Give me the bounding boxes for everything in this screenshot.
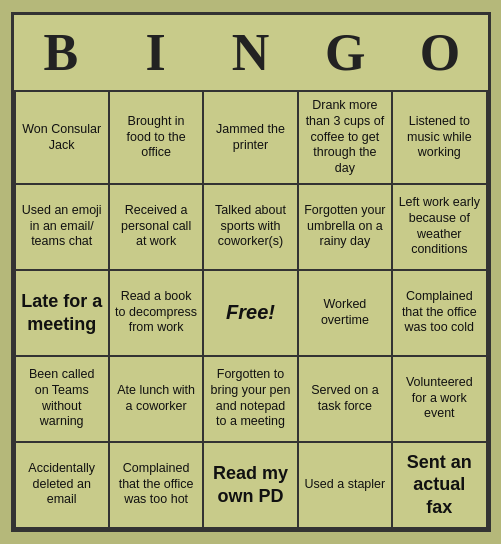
bingo-cell-r1c3[interactable]: Jammed the printer bbox=[204, 92, 298, 184]
bingo-cell-r3c4[interactable]: Worked overtime bbox=[299, 271, 393, 357]
bingo-cell-r3c5[interactable]: Complained that the office was too cold bbox=[393, 271, 487, 357]
bingo-cell-r2c1[interactable]: Used an emoji in an email/ teams chat bbox=[16, 185, 110, 271]
bingo-cell-r2c3[interactable]: Talked about sports with coworker(s) bbox=[204, 185, 298, 271]
bingo-header: BINGO bbox=[14, 15, 488, 90]
bingo-cell-r4c2[interactable]: Ate lunch with a coworker bbox=[110, 357, 204, 443]
bingo-cell-r4c3[interactable]: Forgotten to bring your pen and notepad … bbox=[204, 357, 298, 443]
bingo-card: BINGO Won Consular JackBrought in food t… bbox=[11, 12, 491, 531]
bingo-cell-r2c2[interactable]: Received a personal call at work bbox=[110, 185, 204, 271]
bingo-cell-r4c4[interactable]: Served on a task force bbox=[299, 357, 393, 443]
bingo-cell-r5c2[interactable]: Complained that the office was too hot bbox=[110, 443, 204, 529]
bingo-cell-r5c1[interactable]: Accidentally deleted an email bbox=[16, 443, 110, 529]
bingo-cell-r4c5[interactable]: Volunteered for a work event bbox=[393, 357, 487, 443]
bingo-cell-r1c4[interactable]: Drank more than 3 cups of coffee to get … bbox=[299, 92, 393, 184]
bingo-letter-b: B bbox=[14, 15, 109, 90]
bingo-letter-g: G bbox=[298, 15, 393, 90]
bingo-cell-r3c1[interactable]: Late for a meeting bbox=[16, 271, 110, 357]
bingo-cell-r3c3[interactable]: Free! bbox=[204, 271, 298, 357]
bingo-cell-r1c2[interactable]: Brought in food to the office bbox=[110, 92, 204, 184]
bingo-letter-i: I bbox=[108, 15, 203, 90]
bingo-cell-r4c1[interactable]: Been called on Teams without warning bbox=[16, 357, 110, 443]
bingo-cell-r2c4[interactable]: Forgotten your umbrella on a rainy day bbox=[299, 185, 393, 271]
bingo-cell-r5c4[interactable]: Used a stapler bbox=[299, 443, 393, 529]
bingo-cell-r1c5[interactable]: Listened to music while working bbox=[393, 92, 487, 184]
bingo-letter-o: O bbox=[393, 15, 488, 90]
bingo-cell-r1c1[interactable]: Won Consular Jack bbox=[16, 92, 110, 184]
bingo-cell-r5c3[interactable]: Read my own PD bbox=[204, 443, 298, 529]
bingo-letter-n: N bbox=[203, 15, 298, 90]
bingo-grid: Won Consular JackBrought in food to the … bbox=[14, 90, 488, 528]
bingo-cell-r3c2[interactable]: Read a book to decompress from work bbox=[110, 271, 204, 357]
bingo-cell-r5c5[interactable]: Sent an actual fax bbox=[393, 443, 487, 529]
bingo-cell-r2c5[interactable]: Left work early because of weather condi… bbox=[393, 185, 487, 271]
